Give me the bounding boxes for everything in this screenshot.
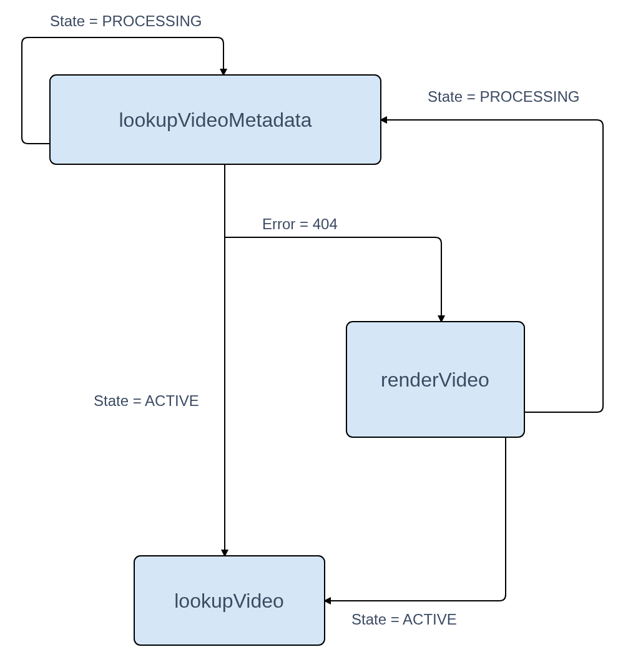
state-diagram: State = PROCESSING State = PROCESSING Er… bbox=[0, 0, 628, 672]
edge-rendervideo-to-lookupvideo: State = ACTIVE bbox=[325, 437, 506, 628]
node-rendervideo: renderVideo bbox=[346, 322, 524, 437]
edge-lookupvideometadata-to-rendervideo: Error = 404 bbox=[225, 215, 441, 322]
edge-label-active-right: State = ACTIVE bbox=[351, 611, 457, 628]
node-label-lookupvideo: lookupVideo bbox=[174, 590, 284, 612]
edge-label-active-down: State = ACTIVE bbox=[94, 392, 199, 409]
edge-lookupvideometadata-to-lookupvideo: State = ACTIVE bbox=[94, 164, 225, 556]
node-lookupvideo: lookupVideo bbox=[134, 556, 325, 645]
edge-label-rendervideo-up: State = PROCESSING bbox=[428, 88, 579, 105]
edge-label-selfloop: State = PROCESSING bbox=[50, 12, 202, 29]
node-label-rendervideo: renderVideo bbox=[381, 368, 489, 391]
node-lookupvideometadata: lookupVideoMetadata bbox=[50, 75, 381, 164]
edge-label-error404: Error = 404 bbox=[262, 215, 338, 232]
node-label-lookupvideometadata: lookupVideoMetadata bbox=[119, 109, 312, 131]
